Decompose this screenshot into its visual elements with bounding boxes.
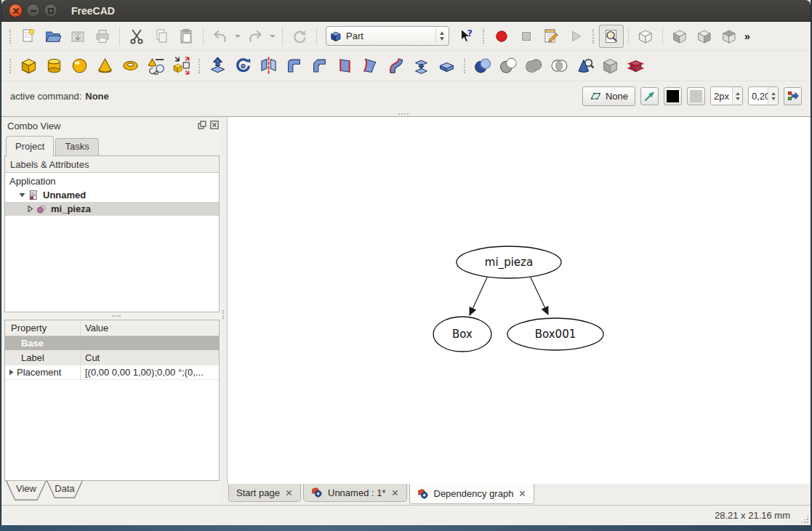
make-face-icon [335,56,355,76]
toolbar-drag-handle[interactable] [483,29,485,44]
undo-dropdown[interactable] [233,25,243,48]
intersection-button[interactable] [547,53,572,79]
view-front-button[interactable] [667,25,692,48]
loft-button[interactable] [409,53,434,79]
float-panel-button[interactable] [198,121,206,131]
close-panel-button[interactable] [210,121,219,131]
face-color-button[interactable] [687,87,705,105]
graph-node-mi_pieza[interactable]: mi_pieza [457,246,561,278]
shape-builder-button[interactable] [169,53,194,79]
separator-handle[interactable] [398,113,409,115]
torus-button[interactable] [118,53,143,79]
whats-this-button[interactable]: ? [454,25,478,48]
cylinder-button[interactable] [41,53,67,79]
view-axonometric-button[interactable] [633,25,658,48]
chamfer-button[interactable] [307,53,332,79]
workbench-selector-spin[interactable] [435,28,447,44]
resize-grip[interactable] [800,515,809,524]
macro-play-icon [567,28,584,45]
draft-plane-button[interactable]: None [582,86,635,106]
toolbar-drag-handle[interactable] [198,59,201,73]
tab-tasks[interactable]: Tasks [55,138,98,155]
document-tab-start-page[interactable]: Start page [228,484,301,502]
toolbar-overflow[interactable]: » [741,31,753,42]
tab-close-button[interactable] [518,490,526,498]
workbench-selector[interactable]: Part [326,26,449,46]
union-button[interactable] [521,53,547,79]
mirror-button[interactable] [256,53,281,79]
new-document-button[interactable] [16,25,41,48]
offset-button[interactable] [434,53,459,79]
titlebar[interactable]: FreeCAD [1,0,811,22]
sphere-button[interactable] [67,53,92,79]
ruled-surface-button[interactable] [358,53,383,79]
tab-close-button[interactable] [391,489,399,497]
property-row-label[interactable]: LabelCut [5,351,219,365]
expand-arrow-right[interactable] [25,206,34,212]
property-value[interactable]: [(0,00 0,00 1,00);0,00 °;(0,... [81,365,219,379]
toolbar-drag-handle[interactable] [464,59,466,73]
new-document-icon [20,28,37,45]
line-width-spinner[interactable]: 2px [710,86,743,105]
line-color-button[interactable] [664,87,682,105]
macro-record-button[interactable] [489,25,514,48]
tree-item-application[interactable]: Application [5,174,219,188]
section-button[interactable] [572,53,598,79]
toolbar-drag-handle[interactable] [592,29,595,44]
expand-arrow-right[interactable] [5,369,17,376]
graph-node-Box001[interactable]: Box001 [507,318,603,350]
sweep-button[interactable] [383,53,409,79]
tab-close-button[interactable] [285,489,293,497]
make-face-button[interactable] [332,53,358,79]
freecad-doc-icon [417,488,429,500]
text-scale-spinner-arrows[interactable] [768,87,778,105]
property-row-placement[interactable]: Placement[(0,00 0,00 1,00);0,00 °;(0,... [5,365,219,380]
open-document-button[interactable] [41,25,65,48]
line-width-spinner-arrows[interactable] [732,87,742,105]
toolbar-separator [628,27,629,46]
fit-all-button[interactable] [599,25,624,48]
redo-dropdown[interactable] [268,25,278,48]
toolbar-drag-handle[interactable] [9,29,12,44]
document-tab-unnamed-1-[interactable]: Unnamed : 1* [303,484,407,502]
text-scale-spinner[interactable]: 0,20 [748,86,779,105]
view-right-button[interactable] [717,25,741,48]
tab-data[interactable]: Data [47,481,83,498]
view-top-button[interactable] [692,25,717,48]
box-button[interactable] [16,53,41,79]
draft-snap-button[interactable] [640,87,659,105]
tab-project[interactable]: Project [6,136,54,156]
cone-button[interactable] [92,53,118,79]
close-button[interactable] [9,4,23,17]
boolean-cut-button[interactable] [496,53,521,79]
minimize-button[interactable] [26,4,40,17]
svg-text:Box001: Box001 [535,328,576,341]
maximize-button[interactable] [44,4,57,17]
extrude-button[interactable] [205,53,230,79]
document-tab-dependency-graph[interactable]: Dependency graph [409,484,535,504]
continue-mode-button[interactable] [784,87,802,105]
expand-arrow-down[interactable] [17,192,26,198]
graph-node-Box[interactable]: Box [433,317,491,352]
boolean-button[interactable] [470,53,496,79]
toolbar-drag-handle[interactable] [9,59,12,73]
property-group-base[interactable]: Base [5,336,219,351]
cut-edit-button[interactable] [124,25,149,48]
dependency-graph-canvas[interactable]: mi_piezaBoxBox001 [227,117,811,484]
horizontal-splitter[interactable] [4,312,222,320]
revolve-button[interactable] [230,53,256,79]
draft-tray: None2px0,20 [582,86,802,106]
tab-view[interactable]: View [6,481,47,500]
panel-splitter[interactable] [222,117,227,505]
tree-item-mi_pieza[interactable]: mi_pieza [5,202,219,216]
fillet-button[interactable] [281,53,307,79]
create-primitives-button[interactable] [143,53,169,79]
property-value[interactable]: Cut [81,351,219,365]
combo-view-titlebar[interactable]: Combo View [4,117,222,135]
macro-edit-button[interactable] [539,25,563,48]
redo-icon [246,28,264,45]
tree-item-unnamed[interactable]: Unnamed [5,188,219,202]
value-column-header: Value [81,320,219,336]
model-tree-box: Labels & Attributes ApplicationUnnamedmi… [4,155,220,312]
cross-sections-button[interactable] [623,53,648,79]
